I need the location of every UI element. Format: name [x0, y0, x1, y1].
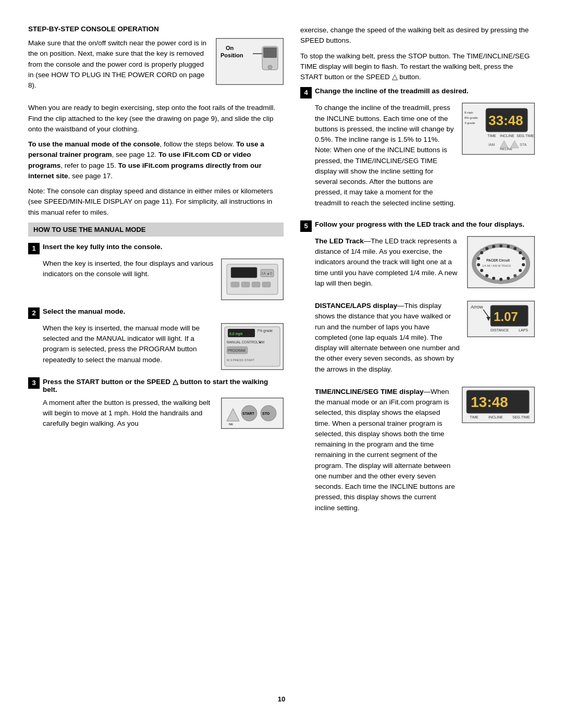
pacer-circuit-diagram: PACER Circuit 1/4 MI / 400 M TRACK: [467, 236, 535, 288]
step-5-number: 5: [300, 220, 312, 232]
start-button-diagram: NE START STO: [221, 398, 284, 429]
svg-point-61: [485, 274, 488, 277]
svg-point-57: [513, 274, 517, 277]
step-5-header: 5 Follow your progress with the LED trac…: [300, 220, 535, 232]
distance-display-diagram: Arrow 1.07 DISTANCE LAPS: [467, 301, 535, 337]
led-track-section: The LED Track—The LED track represents a…: [300, 236, 535, 293]
svg-rect-14: [241, 282, 250, 287]
step-2-label: Select the manual mode.: [43, 307, 125, 315]
step-1-text: When the key is inserted, the four displ…: [43, 258, 215, 285]
svg-text:1A  ▲0: 1A ▲0: [261, 272, 272, 275]
step-1-body-area: When the key is inserted, the four displ…: [28, 258, 284, 300]
svg-point-53: [519, 251, 522, 254]
svg-point-64: [477, 257, 480, 260]
svg-text:TIME: TIME: [470, 415, 479, 419]
step-4-label: Change the incline of the treadmill as d…: [315, 87, 469, 95]
intro-text: Make sure that the on/off switch near th…: [28, 38, 210, 95]
led-track-body: The LED Track—The LED track represents a…: [300, 236, 535, 293]
step-1-para: When the key is inserted, the four displ…: [43, 258, 215, 280]
time-display-diagram: 13:48 TIME INCLINE SEG.TIME: [462, 387, 535, 423]
svg-point-62: [480, 269, 483, 272]
svg-point-56: [519, 269, 522, 272]
time-incline-section: TIME/INCLINE/SEG TIME display—When the m…: [300, 387, 535, 518]
step-1-header: 1 Insert the key fully into the console.: [28, 243, 284, 254]
svg-text:PACER Circuit: PACER Circuit: [486, 258, 510, 262]
svg-text:13:48: 13:48: [471, 394, 508, 410]
step-2-body-area: When the key is inserted, the manual mod…: [28, 323, 284, 370]
right-intro-1: exercise, change the speed of the walkin…: [300, 25, 535, 46]
svg-point-67: [492, 245, 495, 248]
step-3-para: A moment after the button is pressed, th…: [43, 398, 215, 429]
time-incline-text: TIME/INCLINE/SEG TIME display—When the m…: [315, 387, 456, 518]
svg-point-51: [507, 245, 510, 248]
svg-rect-16: [262, 282, 271, 287]
step-1: 1 Insert the key fully into the console.…: [28, 243, 284, 300]
step-4-body-area: To change the incline of the treadmill, …: [300, 103, 535, 213]
svg-point-54: [522, 257, 525, 260]
manual-mode-header: HOW TO USE THE MANUAL MODE: [28, 223, 284, 237]
svg-text:STO: STO: [262, 412, 270, 415]
led-track-text: The LED Track—The LED track represents a…: [315, 236, 461, 293]
svg-rect-15: [252, 282, 260, 287]
distance-laps-body: DISTANCE/LAPS display—This display shows…: [300, 301, 535, 379]
step-3-text: A moment after the button is pressed, th…: [43, 398, 215, 434]
intro-para-1: Make sure that the on/off switch near th…: [28, 38, 210, 91]
svg-text:MANUAL CONTROL ●: MANUAL CONTROL ●: [227, 340, 261, 344]
svg-point-52: [513, 247, 517, 250]
svg-text:7% grade: 7% grade: [257, 329, 273, 333]
step-4-header: 4 Change the incline of the treadmill as…: [300, 87, 535, 98]
step-4-para: To change the incline of the treadmill, …: [315, 103, 456, 208]
svg-text:6.0 mph: 6.0 mph: [229, 332, 242, 336]
console-key-diagram: 1A ▲0: [221, 258, 284, 300]
section-title: STEP-BY-STEP CONSOLE OPERATION: [28, 25, 284, 33]
svg-text:Arrow: Arrow: [471, 304, 483, 310]
step-3-header: 3 Press the START button or the SPEED △ …: [28, 377, 284, 393]
svg-text:M 3 PRESS START: M 3 PRESS START: [227, 359, 254, 362]
svg-text:INCLINE: INCLINE: [488, 415, 503, 419]
on-position-diagram: On Position: [216, 38, 284, 85]
svg-point-60: [492, 277, 495, 280]
two-column-layout: STEP-BY-STEP CONSOLE OPERATION Make sure…: [28, 25, 535, 686]
svg-point-66: [485, 247, 488, 250]
page-number: 10: [28, 695, 535, 703]
svg-point-59: [499, 278, 503, 281]
time-incline-para: TIME/INCLINE/SEG TIME display—When the m…: [315, 387, 456, 513]
svg-rect-13: [231, 282, 239, 287]
svg-text:INCLINE: INCLINE: [500, 134, 515, 138]
step-1-number: 1: [28, 243, 40, 254]
intro-para-2: When you are ready to begin exercising, …: [28, 103, 284, 134]
svg-point-55: [522, 263, 525, 266]
svg-point-50: [499, 244, 503, 248]
distance-laps-section: DISTANCE/LAPS display—This display shows…: [300, 301, 535, 379]
svg-text:On: On: [226, 45, 234, 51]
step-3-body-area: A moment after the button is pressed, th…: [28, 398, 284, 434]
intro-para-4: Note: The console can display speed and …: [28, 186, 284, 218]
svg-rect-10: [231, 267, 257, 278]
svg-text:START: START: [242, 412, 255, 415]
right-column: exercise, change the speed of the walkin…: [300, 25, 535, 686]
intro-section: Make sure that the on/off switch near th…: [28, 38, 284, 95]
led-track-para: The LED Track—The LED track represents a…: [315, 236, 461, 289]
step-4-text: To change the incline of the treadmill, …: [315, 103, 456, 213]
incline-display-diagram: 8 mph 6% grade 4 grade 33:48 TIME INCLIN…: [462, 103, 535, 155]
page: STEP-BY-STEP CONSOLE OPERATION Make sure…: [0, 0, 563, 728]
svg-text:1.07: 1.07: [494, 310, 518, 324]
distance-laps-text: DISTANCE/LAPS display—This display shows…: [315, 301, 461, 379]
right-intro-2: To stop the walking belt, press the STOP…: [300, 51, 535, 83]
svg-text:8 mph: 8 mph: [464, 111, 473, 114]
step-5-label: Follow your progress with the LED track …: [315, 220, 524, 228]
svg-text:TIM: TIM: [258, 340, 264, 344]
svg-text:Position: Position: [221, 52, 243, 58]
step-2-text: When the key is inserted, the manual mod…: [43, 323, 215, 370]
svg-point-63: [477, 263, 480, 266]
svg-text:SEG.TIME: SEG.TIME: [517, 134, 534, 138]
intro-para-3: To use the manual mode of the console, f…: [28, 139, 284, 181]
time-incline-body: TIME/INCLINE/SEG TIME display—When the m…: [300, 387, 535, 518]
svg-text:LAPS: LAPS: [519, 328, 528, 332]
step-3: 3 Press the START button or the SPEED △ …: [28, 377, 284, 434]
step-2-para: When the key is inserted, the manual mod…: [43, 323, 215, 365]
svg-text:SEG.TIME: SEG.TIME: [512, 415, 530, 419]
step-2: 2 Select the manual mode. When the key i…: [28, 307, 284, 370]
svg-text:1/4 MI / 400 M TRACK: 1/4 MI / 400 M TRACK: [482, 264, 511, 267]
svg-text:4 grade: 4 grade: [464, 121, 475, 125]
